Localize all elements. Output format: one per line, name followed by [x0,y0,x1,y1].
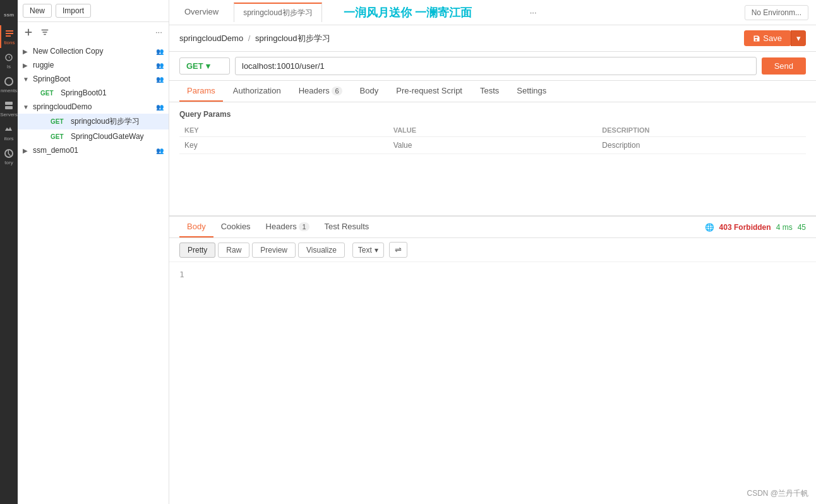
chevron-right-icon: ▶ [23,147,30,154]
key-input[interactable] [184,141,383,150]
import-button[interactable]: Import [56,4,91,18]
more-tabs-button[interactable]: ··· [530,8,537,17]
tree-item-springcloudgateway[interactable]: GET SpringCloudGateWay [18,129,169,143]
svg-rect-2 [5,106,13,109]
team-icon: 👥 [156,104,164,111]
breadcrumb-bar: springcloudDemo / springcloud初步学习 Save ▾ [169,25,816,52]
sidebar-item-history[interactable]: tory [0,145,18,168]
headers-label: Headers [299,86,330,95]
wrap-button[interactable]: ⇌ [389,242,407,258]
team-icon: 👥 [156,48,164,55]
url-bar: GET ▾ Send [169,52,816,81]
main-content: Overview springcloud初步学习 ··· No Environm… [169,0,816,504]
response-size: 45 [798,223,806,232]
breadcrumb-parent[interactable]: springcloudDemo [179,33,243,43]
svg-rect-1 [5,102,13,105]
tab-body[interactable]: Body [352,81,387,102]
query-params-title: Query Params [179,110,806,119]
new-button[interactable]: New [23,4,52,18]
filter-button[interactable] [39,27,51,38]
response-tab-test-results[interactable]: Test Results [317,217,377,237]
col-description: DESCRIPTION [597,124,806,137]
sidebar-item-title: ssm [0,5,18,24]
team-icon: 👥 [156,76,164,83]
format-visualize-button[interactable]: Visualize [298,243,345,258]
method-dropdown-icon: ▾ [206,61,210,71]
value-input[interactable] [393,141,592,150]
description-input[interactable] [602,141,801,150]
tab-tests[interactable]: Tests [472,81,507,102]
environment-selector[interactable]: No Environm... [745,5,808,20]
breadcrumb: springcloudDemo / springcloud初步学习 [179,33,330,44]
text-format-label: Text [358,246,372,255]
sidebar-item-environments[interactable]: nments [0,73,18,96]
add-collection-button[interactable] [23,27,34,38]
response-status: 🌐 403 Forbidden 4 ms 45 [705,223,806,232]
sidebar-apis-label: ls [7,64,11,69]
response-body-toolbar: Pretty Raw Preview Visualize Text ▾ ⇌ [169,238,816,262]
col-value: VALUE [388,124,597,137]
tree-item-ssm-demo01[interactable]: ▶ ssm_demo01 👥 [18,143,169,157]
sidebar-icons: ssm tions ls nments Servers itors tory [0,0,18,504]
url-input[interactable] [235,57,757,75]
format-raw-button[interactable]: Raw [218,243,249,258]
sidebar-item-mock-servers[interactable]: Servers [0,97,18,120]
response-tabs-bar: Body Cookies Headers 1 Test Results 🌐 40… [169,217,816,238]
save-group: Save ▾ [744,30,806,46]
response-time: 4 ms [776,223,793,232]
request-name: springcloud初步学习 [71,116,164,127]
response-tab-headers[interactable]: Headers 1 [258,217,317,237]
tab-pre-request-script[interactable]: Pre-request Script [388,81,470,102]
sidebar-history-label: tory [4,160,13,165]
response-headers-label: Headers [266,222,297,231]
collection-name: SpringBoot [33,75,153,83]
more-options-button[interactable]: ··· [154,26,164,38]
sidebar-collections-label: tions [4,40,15,45]
save-button[interactable]: Save [744,30,791,46]
save-dropdown-button[interactable]: ▾ [791,30,806,46]
tree-item-springboot01[interactable]: GET SpringBoot01 [18,86,169,100]
format-preview-button[interactable]: Preview [252,243,296,258]
tree-item-springcloud-study[interactable]: GET springcloud初步学习 [18,114,169,129]
sidebar-item-apis[interactable]: ls [0,49,18,72]
format-pretty-button[interactable]: Pretty [179,243,215,258]
col-key: KEY [179,124,388,137]
request-name: SpringBoot01 [61,88,164,97]
text-format-select[interactable]: Text ▾ [352,243,384,258]
send-button[interactable]: Send [762,57,806,75]
method-select[interactable]: GET ▾ [179,57,230,75]
globe-icon: 🌐 [705,223,714,232]
query-params-section: Query Params KEY VALUE DESCRIPTION [169,102,816,216]
tab-headers[interactable]: Headers 6 [291,81,350,102]
tree-item-ruggie[interactable]: ▶ ruggie 👥 [18,58,169,72]
breadcrumb-current: springcloud初步学习 [255,33,330,43]
tree-item-new-collection-copy[interactable]: ▶ New Collection Copy 👥 [18,44,169,58]
chevron-right-icon: ▶ [23,48,30,55]
tree-item-springclouddemo[interactable]: ▼ springcloudDemo 👥 [18,100,169,114]
chevron-down-icon: ▼ [23,76,30,83]
response-tab-cookies[interactable]: Cookies [213,217,258,237]
tab-request[interactable]: springcloud初步学习 [234,3,321,22]
collections-toolbar: ··· [18,22,169,42]
collection-name: springcloudDemo [33,102,153,111]
sidebar-item-monitors[interactable]: itors [0,121,18,144]
tab-overview[interactable]: Overview [177,2,226,23]
response-body: 1 [169,262,816,504]
tab-authorization[interactable]: Authorization [225,81,289,102]
headers-badge: 6 [332,87,342,95]
text-format-chevron-icon: ▾ [375,246,378,255]
ellipsis-icon: ··· [155,27,162,37]
team-icon: 👥 [156,62,164,69]
wrap-icon: ⇌ [395,245,402,255]
tab-params[interactable]: Params [179,81,223,102]
sidebar-item-collections[interactable]: tions [0,25,18,48]
params-table: KEY VALUE DESCRIPTION [179,124,806,154]
tab-settings[interactable]: Settings [509,81,554,102]
collections-tree: ▶ New Collection Copy 👥 ▶ ruggie 👥 ▼ Spr… [18,42,169,504]
chevron-down-icon: ▼ [23,104,30,111]
sidebar-environments-label: nments [1,88,17,93]
response-tab-body[interactable]: Body [179,217,213,237]
breadcrumb-separator: / [248,33,251,43]
response-headers-badge: 1 [299,222,309,231]
tree-item-springboot[interactable]: ▼ SpringBoot 👥 [18,72,169,86]
